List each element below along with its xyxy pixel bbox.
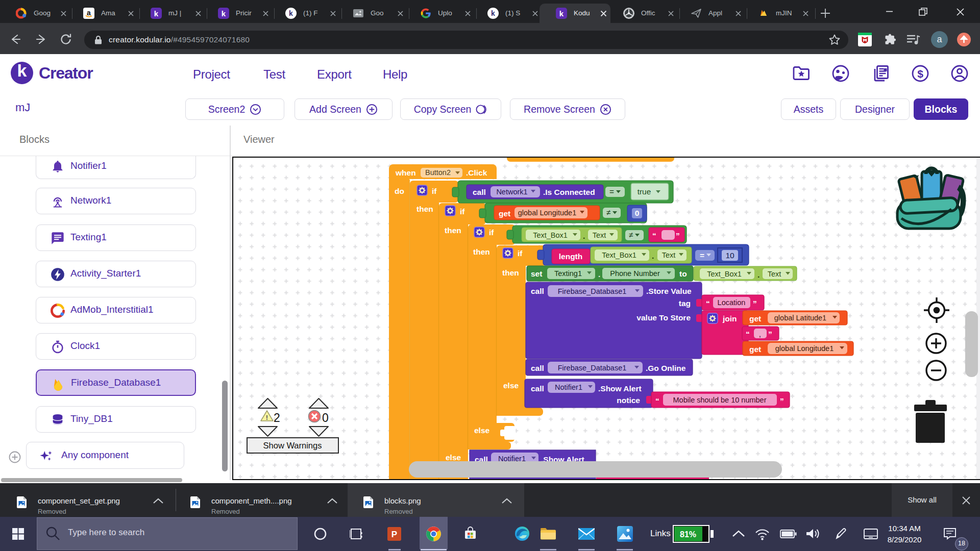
svg-text:then: then <box>445 226 461 235</box>
svg-text:if: if <box>432 187 437 195</box>
svg-text:“: “ <box>746 330 750 338</box>
svg-text:2: 2 <box>274 411 280 424</box>
svg-text:”: ” <box>753 299 757 308</box>
svg-text:.Store Value: .Store Value <box>646 287 692 295</box>
svg-text:call: call <box>473 188 486 196</box>
svg-text:if: if <box>489 228 494 237</box>
svg-text:”: ” <box>676 231 680 240</box>
svg-text:k: k <box>154 9 159 18</box>
svg-text:.Is Connected: .Is Connected <box>543 188 595 196</box>
svg-text:Firebase_Database1: Firebase_Database1 <box>558 287 627 295</box>
svg-text:Text_Box1: Text_Box1 <box>533 231 568 239</box>
svg-text:0: 0 <box>322 411 329 424</box>
svg-text:length: length <box>559 252 583 261</box>
svg-text:.: . <box>598 270 600 279</box>
svg-text:global Latitude1: global Latitude1 <box>774 314 826 322</box>
svg-text:Firebase_Database1: Firebase_Database1 <box>558 364 627 372</box>
svg-text:.: . <box>652 252 654 260</box>
svg-text:Notifier1: Notifier1 <box>555 383 582 391</box>
svg-text:notice: notice <box>617 396 640 405</box>
svg-text:k: k <box>289 9 293 17</box>
svg-text:get: get <box>499 209 510 218</box>
svg-text:do: do <box>395 187 404 195</box>
svg-text:tag: tag <box>679 299 691 308</box>
svg-text:get: get <box>749 314 761 323</box>
svg-text:“: “ <box>655 396 659 405</box>
svg-text:$: $ <box>917 68 923 80</box>
svg-text:”: ” <box>780 396 784 405</box>
svg-text:Button2: Button2 <box>425 168 451 177</box>
svg-text:a: a <box>87 9 91 17</box>
svg-text:10: 10 <box>725 251 734 260</box>
svg-text:≠: ≠ <box>629 231 633 239</box>
svg-text:,: , <box>759 330 761 338</box>
svg-text:=: = <box>700 251 704 260</box>
svg-text:”: ” <box>768 330 772 338</box>
svg-text:P: P <box>391 530 397 539</box>
svg-text:Location: Location <box>718 298 746 307</box>
svg-text:Text: Text <box>593 231 606 239</box>
svg-text:Mobile should be 10 number: Mobile should be 10 number <box>673 396 767 404</box>
svg-text:else: else <box>503 381 519 390</box>
svg-text:Text_Box1: Text_Box1 <box>707 270 742 278</box>
svg-text:.: . <box>757 270 760 279</box>
svg-text:call: call <box>531 384 544 393</box>
svg-text:0: 0 <box>635 209 640 217</box>
svg-text:.: . <box>583 232 585 240</box>
svg-text:!: ! <box>266 414 268 421</box>
svg-text:≠: ≠ <box>606 208 611 217</box>
svg-text:Text: Text <box>768 270 781 278</box>
svg-text:call: call <box>531 287 544 295</box>
svg-text:81%: 81% <box>680 530 696 539</box>
svg-text:set: set <box>531 269 542 278</box>
svg-text:=: = <box>609 187 614 196</box>
svg-text:global Longitude1: global Longitude1 <box>775 344 834 353</box>
svg-text:value To Store: value To Store <box>636 313 691 322</box>
svg-text:get: get <box>749 345 761 354</box>
svg-text:to: to <box>679 269 687 278</box>
svg-text:“: “ <box>652 231 656 240</box>
svg-text:else: else <box>474 426 490 435</box>
svg-text:Texting1: Texting1 <box>554 269 582 278</box>
svg-text:k: k <box>559 9 564 18</box>
svg-text:if: if <box>518 249 523 258</box>
svg-text:k: k <box>491 9 495 17</box>
svg-text:Network1: Network1 <box>496 188 527 196</box>
svg-text:call: call <box>531 364 544 372</box>
svg-text:.Click: .Click <box>466 168 487 177</box>
svg-text:.Show Alert: .Show Alert <box>598 384 642 393</box>
svg-text:when: when <box>395 168 416 177</box>
svg-text:“: “ <box>706 299 710 308</box>
svg-text:Phone Number: Phone Number <box>610 269 660 278</box>
svg-text:true: true <box>638 187 651 196</box>
svg-text:if: if <box>460 207 465 216</box>
svg-text:Text: Text <box>662 251 676 259</box>
svg-text:Text_Box1: Text_Box1 <box>602 251 636 259</box>
svg-text:global Longitude1: global Longitude1 <box>518 209 577 217</box>
svg-text:then: then <box>416 205 433 213</box>
svg-text:then: then <box>502 268 519 277</box>
svg-text:else: else <box>446 453 461 462</box>
svg-text:k: k <box>222 9 226 18</box>
svg-text:join: join <box>722 314 737 323</box>
svg-text:.Go Online: .Go Online <box>646 364 686 372</box>
svg-text:Show Warnings: Show Warnings <box>263 441 322 450</box>
svg-text:then: then <box>473 247 490 256</box>
